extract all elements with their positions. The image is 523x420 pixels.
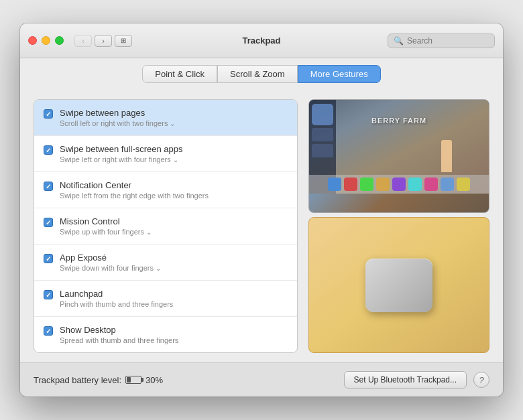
dock-icon-2 [344, 178, 357, 191]
footer-right: Set Up Bluetooth Trackpad... ? [344, 371, 489, 389]
dock-icon-6 [408, 178, 422, 191]
back-button[interactable]: ‹ [74, 35, 92, 47]
setting-app-expose[interactable]: App Exposé Swipe down with four fingers … [34, 244, 297, 281]
setting-swipe-fullscreen[interactable]: Swipe between full-screen apps Swipe lef… [34, 136, 297, 172]
tab-bar: Point & Click Scroll & Zoom More Gesture… [20, 58, 503, 90]
setting-desc-app-expose: Swipe down with four fingers ⌄ [60, 264, 288, 272]
setting-title-show-desktop: Show Desktop [60, 325, 288, 335]
bluetooth-setup-button[interactable]: Set Up Bluetooth Trackpad... [344, 371, 467, 389]
setting-desc-swipe-pages: Scroll left or right with two fingers ⌄ [60, 119, 288, 127]
dock-icon-5 [392, 178, 406, 191]
search-icon: 🔍 [394, 36, 404, 46]
close-button[interactable] [28, 36, 37, 45]
setting-title-mission-control: Mission Control [60, 216, 288, 226]
search-box[interactable]: 🔍 [388, 33, 495, 48]
chevron-mission-control[interactable]: ⌄ [146, 228, 152, 236]
minimize-button[interactable] [42, 36, 50, 45]
grid-button[interactable]: ⊞ [115, 35, 132, 47]
setting-desc-swipe-fullscreen: Swipe left or right with four fingers ⌄ [60, 155, 288, 163]
setting-title-swipe-fullscreen: Swipe between full-screen apps [60, 144, 288, 154]
forward-button[interactable]: › [95, 35, 112, 47]
setting-desc-launchpad: Pinch with thumb and three fingers [60, 300, 288, 308]
mac-dock [309, 175, 489, 194]
chevron-app-expose[interactable]: ⌄ [156, 265, 161, 272]
setting-title-notification-center: Notification Center [60, 180, 288, 190]
trackpad-device [365, 259, 432, 312]
setting-desc-notification-center: Swipe left from the right edge with two … [60, 192, 288, 200]
checkbox-swipe-pages[interactable] [44, 109, 53, 119]
chevron-swipe-pages[interactable]: ⌄ [170, 120, 175, 127]
battery-label: Trackpad battery level: [34, 375, 121, 385]
dock-icon-7 [424, 178, 438, 191]
checkbox-notification-center[interactable] [44, 182, 53, 191]
settings-list: Swipe between pages Scroll left or right… [34, 99, 298, 353]
nav-buttons: ‹ › [74, 35, 112, 47]
setting-swipe-pages[interactable]: Swipe between pages Scroll left or right… [34, 100, 297, 136]
setting-desc-show-desktop: Spread with thumb and three fingers [60, 336, 288, 344]
tab-more-gestures[interactable]: More Gestures [298, 65, 381, 83]
maximize-button[interactable] [55, 36, 64, 45]
checkbox-show-desktop[interactable] [44, 326, 53, 336]
window-title: Trackpad [242, 36, 280, 46]
chevron-swipe-fullscreen[interactable]: ⌄ [173, 156, 178, 163]
setting-title-swipe-pages: Swipe between pages [60, 108, 288, 118]
setting-notification-center[interactable]: Notification Center Swipe left from the … [34, 172, 297, 208]
help-button[interactable]: ? [473, 372, 489, 388]
forward-icon: › [102, 37, 105, 45]
checkbox-launchpad[interactable] [44, 290, 53, 299]
traffic-lights [28, 36, 64, 45]
setting-launchpad[interactable]: Launchpad Pinch with thumb and three fin… [34, 281, 297, 317]
main-window: ‹ › ⊞ Trackpad 🔍 Point & Click Scroll & … [20, 23, 503, 397]
checkbox-mission-control[interactable] [44, 218, 53, 227]
content-area: Swipe between pages Scroll left or right… [20, 90, 503, 362]
checkbox-app-expose[interactable] [44, 254, 53, 263]
setting-title-app-expose: App Exposé [60, 253, 288, 263]
preview-top-image: BERRY FARM [308, 99, 489, 213]
preview-bottom-image [308, 217, 489, 353]
titlebar: ‹ › ⊞ Trackpad 🔍 [20, 23, 503, 58]
mac-screen-preview: BERRY FARM [309, 100, 489, 194]
grid-icon: ⊞ [121, 37, 126, 44]
checkbox-swipe-fullscreen[interactable] [44, 145, 53, 155]
search-input[interactable] [407, 36, 489, 46]
setting-mission-control[interactable]: Mission Control Swipe up with four finge… [34, 208, 297, 244]
battery-percent: 30% [146, 375, 163, 385]
setting-desc-mission-control: Swipe up with four fingers ⌄ [60, 228, 288, 236]
dock-icon-8 [441, 178, 454, 191]
dock-icon-1 [328, 178, 341, 191]
back-icon: ‹ [82, 37, 84, 45]
footer: Trackpad battery level: 30% Set Up Bluet… [20, 362, 503, 397]
battery-icon [125, 376, 141, 384]
tab-scroll-zoom[interactable]: Scroll & Zoom [217, 65, 298, 83]
dock-icon-9 [457, 178, 470, 191]
tab-point-click[interactable]: Point & Click [142, 65, 217, 83]
preview-berry-text: BERRY FARM [309, 117, 489, 125]
preview-panel: BERRY FARM [308, 99, 489, 353]
dock-icon-4 [376, 178, 390, 191]
dock-icon-3 [360, 178, 373, 191]
setting-title-launchpad: Launchpad [60, 289, 288, 299]
setting-show-desktop[interactable]: Show Desktop Spread with thumb and three… [34, 317, 297, 352]
